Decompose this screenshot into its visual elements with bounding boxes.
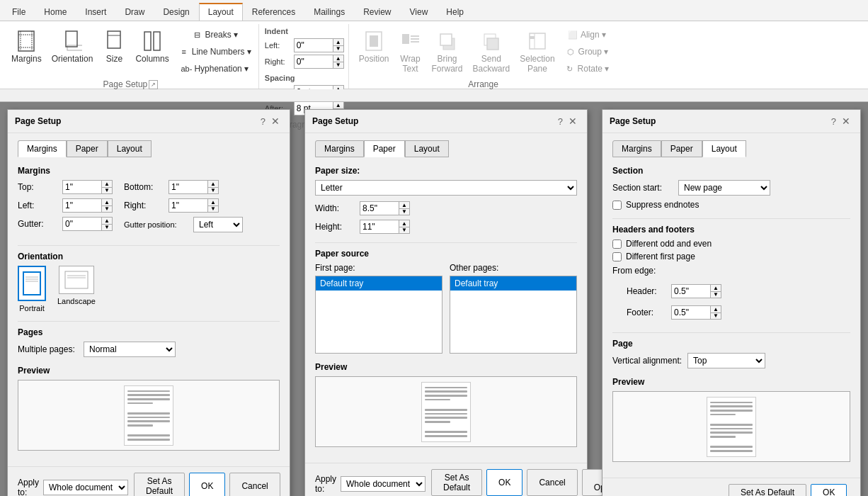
dialog1-close-button[interactable]: ✕	[268, 115, 282, 127]
dialog3-footer-up[interactable]: ▲	[710, 305, 721, 312]
dialog2-height-down[interactable]: ▼	[399, 227, 410, 234]
dialog2-paper-size-select[interactable]: Letter Legal A4	[315, 180, 577, 196]
dialog3-help-button[interactable]: ?	[831, 115, 836, 127]
dialog1-top-field[interactable]	[62, 180, 101, 194]
orientation-button[interactable]: Orientation	[47, 27, 98, 67]
dialog2-height-input[interactable]: ▲ ▼	[360, 220, 410, 234]
dialog1-tab-layout[interactable]: Layout	[108, 140, 152, 157]
dialog1-left-field[interactable]	[62, 198, 101, 213]
indent-right-down[interactable]: ▼	[333, 62, 344, 69]
dialog1-top-up[interactable]: ▲	[101, 180, 113, 187]
dialog2-width-input[interactable]: ▲ ▼	[360, 201, 410, 215]
hyphenation-button[interactable]: ab- Hyphenation ▾	[175, 61, 254, 77]
tab-draw[interactable]: Draw	[115, 4, 154, 21]
dialog2-cancel-button[interactable]: Cancel	[527, 469, 577, 496]
dialog1-top-down[interactable]: ▼	[101, 187, 113, 194]
dialog1-bottom-up[interactable]: ▲	[207, 180, 219, 187]
dialog1-bottom-down[interactable]: ▼	[207, 187, 219, 194]
dialog1-right-up[interactable]: ▲	[207, 198, 219, 205]
dialog2-first-page-listbox[interactable]: Default tray	[315, 276, 442, 354]
dialog1-apply-select[interactable]: Whole document This point forward	[43, 480, 128, 495]
tab-review[interactable]: Review	[354, 4, 400, 21]
dialog2-first-page-item-default[interactable]: Default tray	[316, 276, 442, 291]
tab-layout[interactable]: Layout	[199, 3, 243, 21]
dialog3-tab-layout[interactable]: Layout	[702, 140, 746, 157]
dialog1-gutter-pos-select[interactable]: Left Top	[193, 217, 243, 232]
line-numbers-button[interactable]: ≡ Line Numbers ▾	[175, 44, 254, 60]
spacing-after-up[interactable]: ▲	[333, 101, 344, 108]
dialog3-tab-margins[interactable]: Margins	[612, 140, 661, 157]
dialog2-width-down[interactable]: ▼	[399, 208, 410, 215]
dialog3-ok-button[interactable]: OK	[811, 484, 847, 496]
dialog2-apply-select[interactable]: Whole document This point forward	[341, 476, 426, 492]
group-button[interactable]: ⬡ Group ▾	[561, 44, 612, 60]
indent-right-up[interactable]: ▲	[333, 55, 344, 62]
dialog1-multiple-pages-select[interactable]: Normal Mirror margins 2 pages per sheet …	[84, 342, 176, 357]
rotate-button[interactable]: ↻ Rotate ▾	[561, 61, 612, 77]
dialog2-height-up[interactable]: ▲	[399, 220, 410, 227]
dialog3-footer-input[interactable]: ▲ ▼	[671, 305, 721, 320]
send-backward-button[interactable]: SendBackward	[469, 27, 515, 77]
dialog1-cancel-button[interactable]: Cancel	[229, 473, 280, 496]
dialog2-width-up[interactable]: ▲	[399, 201, 410, 208]
indent-left-input[interactable]: ▲ ▼	[294, 38, 344, 52]
dialog1-gutter-up[interactable]: ▲	[101, 217, 113, 224]
tab-insert[interactable]: Insert	[76, 4, 115, 21]
tab-help[interactable]: Help	[437, 4, 473, 21]
dialog3-diff-odd-even-checkbox[interactable]	[612, 239, 622, 249]
indent-left-field[interactable]	[294, 38, 333, 52]
dialog1-ok-button[interactable]: OK	[189, 473, 225, 496]
indent-left-down[interactable]: ▼	[333, 45, 344, 52]
dialog1-gutter-down[interactable]: ▼	[101, 224, 113, 231]
dialog1-tab-paper[interactable]: Paper	[67, 140, 108, 157]
bring-forward-button[interactable]: BringForward	[428, 27, 467, 77]
dialog3-footer-field[interactable]	[671, 305, 710, 320]
dialog1-top-input[interactable]: ▲ ▼	[62, 180, 113, 194]
dialog1-right-field[interactable]	[169, 198, 207, 213]
dialog1-left-input[interactable]: ▲ ▼	[62, 198, 113, 213]
dialog3-diff-first-page-checkbox[interactable]	[612, 252, 622, 261]
dialog2-help-button[interactable]: ?	[558, 115, 563, 127]
tab-mailings[interactable]: Mailings	[304, 4, 354, 21]
tab-references[interactable]: References	[243, 4, 304, 21]
margins-button[interactable]: Margins	[7, 27, 46, 67]
dialog2-close-button[interactable]: ✕	[566, 115, 580, 127]
indent-left-up[interactable]: ▲	[333, 38, 344, 45]
selection-pane-button[interactable]: SelectionPane	[515, 27, 559, 77]
dialog2-other-pages-item-default[interactable]: Default tray	[450, 276, 576, 291]
dialog2-set-default-button[interactable]: Set As Default	[431, 469, 482, 496]
dialog2-height-field[interactable]	[360, 220, 399, 234]
dialog2-tab-layout[interactable]: Layout	[405, 140, 449, 157]
wrap-text-button[interactable]: WrapText	[395, 27, 426, 77]
dialog1-left-down[interactable]: ▼	[101, 205, 113, 213]
dialog3-header-up[interactable]: ▲	[710, 284, 721, 291]
dialog3-vertical-align-select[interactable]: Top Center Justified Bottom	[687, 353, 765, 368]
dialog3-header-field[interactable]	[671, 284, 710, 298]
size-button[interactable]: Size	[98, 27, 130, 67]
dialog2-tab-paper[interactable]: Paper	[364, 140, 405, 157]
dialog3-header-down[interactable]: ▼	[710, 291, 721, 298]
indent-right-field[interactable]	[294, 55, 333, 69]
dialog1-landscape-option[interactable]: Landscape	[57, 266, 96, 312]
dialog3-suppress-endnotes-checkbox[interactable]	[612, 201, 622, 210]
dialog1-tab-margins[interactable]: Margins	[18, 140, 67, 157]
align-button[interactable]: ⬜ Align ▾	[561, 27, 612, 43]
dialog1-gutter-field[interactable]	[62, 217, 101, 231]
dialog3-set-default-button[interactable]: Set As Default	[729, 484, 806, 496]
dialog2-width-field[interactable]	[360, 201, 399, 215]
tab-design[interactable]: Design	[154, 4, 198, 21]
tab-view[interactable]: View	[401, 4, 438, 21]
dialog3-close-button[interactable]: ✕	[839, 115, 853, 127]
page-setup-expand-icon[interactable]: ↗	[149, 80, 158, 89]
dialog1-right-input[interactable]: ▲ ▼	[169, 198, 219, 213]
tab-file[interactable]: File	[3, 4, 35, 21]
dialog1-gutter-input[interactable]: ▲ ▼	[62, 217, 113, 231]
dialog1-bottom-field[interactable]	[169, 180, 207, 194]
dialog1-bottom-input[interactable]: ▲ ▼	[169, 180, 219, 194]
tab-home[interactable]: Home	[35, 4, 76, 21]
dialog1-set-default-button[interactable]: Set As Default	[134, 473, 185, 496]
indent-right-input[interactable]: ▲ ▼	[294, 55, 344, 69]
columns-button[interactable]: Columns	[131, 27, 173, 67]
dialog3-header-input[interactable]: ▲ ▼	[671, 284, 721, 298]
dialog3-tab-paper[interactable]: Paper	[661, 140, 702, 157]
